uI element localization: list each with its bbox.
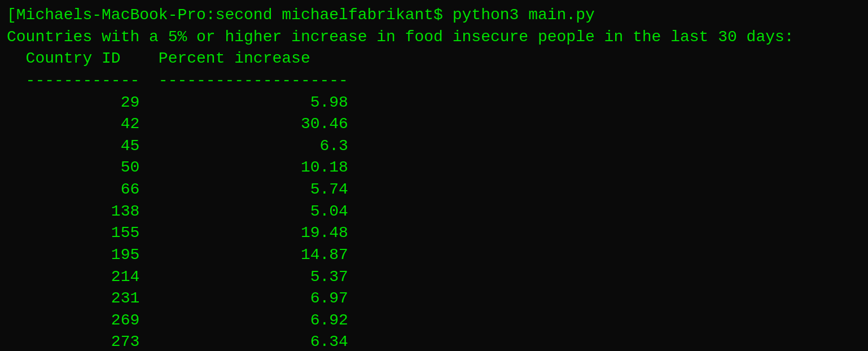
- table-row: 66 5.74: [7, 179, 861, 201]
- column-header: Country ID Percent increase: [7, 48, 861, 70]
- table-row: 231 6.97: [7, 288, 861, 310]
- table-row: 155 19.48: [7, 222, 861, 244]
- terminal-window: [Michaels-MacBook-Pro:second michaelfabr…: [7, 5, 861, 351]
- table-row: 214 5.37: [7, 266, 861, 288]
- data-rows: 29 5.98 42 30.46 45 6.3 50 10.18 66 5.74…: [7, 92, 861, 352]
- table-row: 29 5.98: [7, 92, 861, 114]
- table-row: 45 6.3: [7, 135, 861, 157]
- table-row: 273 6.34: [7, 331, 861, 351]
- table-row: 138 5.04: [7, 201, 861, 223]
- table-row: 42 30.46: [7, 113, 861, 135]
- divider-line: ------------ --------------------: [7, 70, 861, 92]
- table-row: 195 14.87: [7, 244, 861, 266]
- header-line: Countries with a 5% or higher increase i…: [7, 27, 861, 49]
- prompt-line: [Michaels-MacBook-Pro:second michaelfabr…: [7, 5, 861, 27]
- table-row: 50 10.18: [7, 157, 861, 179]
- table-row: 269 6.92: [7, 310, 861, 332]
